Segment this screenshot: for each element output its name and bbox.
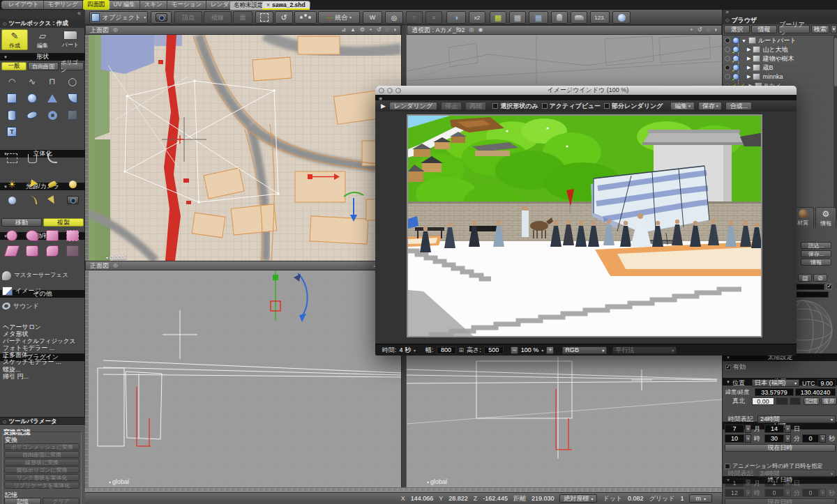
north-aux-field-1[interactable] <box>776 397 788 405</box>
month-field[interactable]: 7 <box>725 425 744 433</box>
tool-ellipse[interactable] <box>22 107 42 123</box>
longitude-field[interactable]: 130.40240 <box>795 388 836 396</box>
w-axis-tool-button[interactable]: W <box>363 11 382 24</box>
end-day-field[interactable]: 1 <box>764 479 784 487</box>
rendered-image[interactable] <box>407 114 762 337</box>
expand-icon[interactable]: ▼ <box>741 38 746 43</box>
tool-closed-line[interactable]: ⊓ <box>43 74 62 89</box>
sphere-toggle-icon[interactable]: ✓ <box>732 64 739 71</box>
composite-button[interactable]: 合成... <box>725 102 752 110</box>
stop-button[interactable]: 停止 <box>441 102 462 110</box>
gear-icon[interactable]: ⚙ <box>360 27 365 33</box>
browser-tab-select[interactable]: 選択 <box>724 25 750 33</box>
mode-create-button[interactable]: ✎ 作成 <box>1 29 28 50</box>
end-month-field[interactable]: 1 <box>725 479 744 487</box>
tool-sweep[interactable] <box>43 151 62 165</box>
collapse-chevrons-icon[interactable]: » <box>725 8 729 15</box>
material-checkbox[interactable]: ✓ <box>827 284 832 289</box>
window-close-button[interactable] <box>379 88 384 93</box>
eye-icon[interactable] <box>725 65 730 70</box>
tab-motion[interactable]: モーション <box>167 1 206 9</box>
convert-to-polymesh-button[interactable]: ポリゴンメッシュに変換 <box>4 443 80 450</box>
end-minute-field[interactable]: 0 <box>764 489 784 497</box>
plus-icon[interactable]: + <box>690 27 693 33</box>
sphere-toggle-icon[interactable]: ✓ <box>732 73 739 80</box>
selected-only-checkbox-row[interactable]: 選択形状のみ <box>492 102 538 111</box>
tool-disc-curve[interactable]: ◠ <box>2 74 22 89</box>
grid-layout-button[interactable]: ▦ <box>509 11 526 24</box>
material-none-button[interactable]: ⊘ <box>813 274 827 282</box>
second-field[interactable]: 0 <box>802 434 819 443</box>
eye-icon[interactable] <box>725 56 730 61</box>
tree-item-root-part[interactable]: ▼ ルートパート <box>725 36 836 45</box>
convert-to-freeform-button[interactable]: 自由曲面に変換 <box>4 451 80 458</box>
plus-icon[interactable]: + <box>369 27 372 33</box>
tool-copy-skew[interactable] <box>2 244 22 258</box>
shape-tab-polygon[interactable]: ポリゴン <box>60 62 84 70</box>
stereo-dropdown[interactable]: 平行法 ▾ <box>612 346 677 354</box>
material-load-button[interactable]: 読込... <box>801 242 831 249</box>
image-height-field[interactable]: 500 <box>484 346 504 354</box>
expand-icon[interactable]: ▶ <box>747 56 751 61</box>
axis-widget-icon[interactable]: ⊿ <box>341 27 346 33</box>
tool-path-light[interactable] <box>22 192 42 208</box>
document-tab-active[interactable]: × sawa_2.shd <box>262 1 310 10</box>
tree-item-kura-b[interactable]: ✓ ▶ 蔵B <box>725 63 836 72</box>
channel-dropdown[interactable]: RGB ▾ <box>562 346 607 354</box>
window-widget-icon[interactable]: ◉ <box>379 96 382 100</box>
material-value-field[interactable] <box>792 291 829 298</box>
materialize-link-button[interactable]: リンク形状を実体化 <box>4 474 80 481</box>
north-memory-button[interactable]: 記憶 <box>804 397 820 405</box>
rotate-view-icon[interactable]: ↺ <box>377 27 382 33</box>
tool-copy-mirror-disabled[interactable] <box>63 244 82 258</box>
front-view-canvas[interactable] <box>89 270 401 487</box>
close-icon[interactable]: × <box>266 1 270 8</box>
tool-spot-light[interactable] <box>22 176 42 192</box>
convert-to-line-button[interactable]: 線形状に変換 <box>4 459 80 466</box>
tool-cylinder[interactable] <box>2 107 22 123</box>
materialize-replicator-button[interactable]: リプリケータを実体化 <box>4 482 80 489</box>
green-grid-layout-button[interactable]: ▦ <box>490 11 506 24</box>
time-format-dropdown[interactable]: 24時間 ▾ <box>757 415 836 423</box>
zoom-out-button[interactable]: − <box>511 346 518 354</box>
view-target-icon[interactable]: ◎ <box>469 27 474 33</box>
tool-box[interactable] <box>2 91 22 106</box>
location-dropdown[interactable]: 日本 (福岡) ▾ <box>752 379 799 387</box>
side-view-global-label[interactable]: ▾ global <box>427 478 447 485</box>
figure-view-button[interactable] <box>551 11 568 24</box>
active-view-checkbox[interactable] <box>542 103 548 109</box>
sun-enabled-row[interactable]: ✓ 有効 <box>725 362 746 372</box>
mode-part-button[interactable]: パート <box>57 29 84 50</box>
resume-button[interactable]: 再開 <box>465 102 486 110</box>
material-info-button[interactable]: 情報 <box>801 259 831 266</box>
shape-tab-freeform[interactable]: 自由曲面 <box>28 62 59 70</box>
image-width-field[interactable]: 800 <box>437 346 456 354</box>
browser-scrollbar[interactable] <box>834 35 837 219</box>
tool-camera[interactable] <box>63 192 82 208</box>
tree-item-mountains[interactable]: ✓ ▶ 山と大地 <box>725 45 836 54</box>
tool-wire-cube[interactable] <box>2 151 22 165</box>
utc-field[interactable]: 9.00 <box>817 379 836 387</box>
material-name-field[interactable] <box>792 284 824 290</box>
collapse-chevrons-icon[interactable]: « <box>77 10 81 17</box>
day-stepper[interactable]: ▾ <box>785 425 791 433</box>
tool-master-surface[interactable]: マスターサーフェス <box>2 269 83 282</box>
expand-icon[interactable]: ▶ <box>747 74 751 79</box>
chevron-down-icon[interactable]: ▾ <box>414 348 416 353</box>
face-mode-button[interactable]: 面 <box>233 11 252 24</box>
link-dimensions-icon[interactable]: ⊞ <box>459 346 465 353</box>
front-view-global-label[interactable]: ▾ global <box>109 478 129 485</box>
path-tool-button[interactable] <box>294 11 317 24</box>
tool-copy-grid[interactable] <box>63 229 82 243</box>
hour-stepper[interactable]: ▾ <box>745 434 751 443</box>
tab-uv-edit[interactable]: UV 編集 <box>110 1 140 9</box>
end-hour-field[interactable]: 12 <box>725 489 744 497</box>
end-datetime-checkbox[interactable] <box>725 464 730 469</box>
tool-point-light[interactable]: ☀ <box>2 176 22 192</box>
tool-copy-rotate[interactable] <box>22 229 42 243</box>
image-window-titlebar[interactable]: イメージウインドウ (100 %) <box>375 86 797 95</box>
end-time-format-dropdown[interactable]: 24時間▾ <box>757 470 836 478</box>
tool-copy-box[interactable] <box>22 244 42 258</box>
counter-button[interactable]: 123. <box>590 11 610 24</box>
tool-sphere[interactable] <box>22 91 42 106</box>
